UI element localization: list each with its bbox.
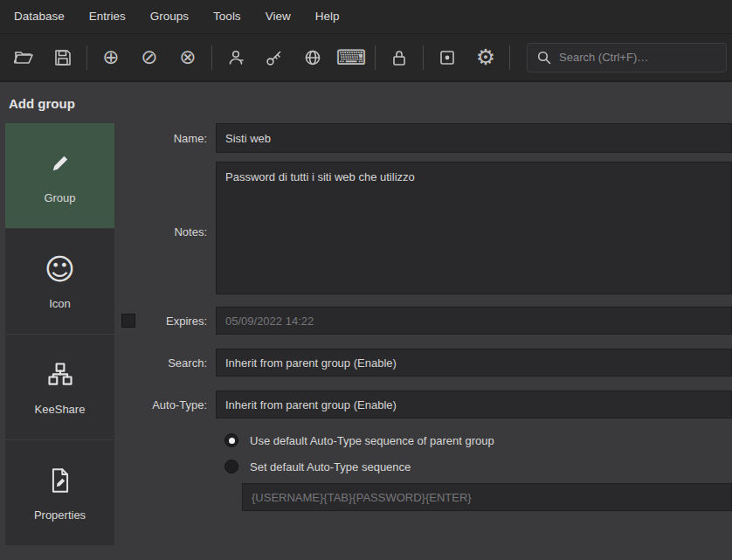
toolbar-separator <box>423 45 424 70</box>
notes-textarea[interactable]: Password di tutti i siti web che utilizz… <box>216 162 732 294</box>
sidebar-item-keeshare[interactable]: KeeShare <box>5 335 114 439</box>
use-default-sequence-label: Use default Auto-Type sequence of parent… <box>250 434 494 447</box>
user-icon <box>226 48 245 67</box>
expires-datetime-field: 05/09/2022 14:22 <box>216 307 732 335</box>
delete-entry-button[interactable]: ⊗ <box>169 41 207 74</box>
save-icon <box>53 48 73 67</box>
dotted-square-icon <box>438 48 457 67</box>
menu-bar: Database Entries Groups Tools View Help <box>0 0 732 33</box>
lock-icon <box>390 48 409 67</box>
toolbar-separator <box>211 45 212 70</box>
add-entry-button[interactable]: ⊕ <box>92 41 130 74</box>
lock-database-button[interactable] <box>380 41 418 74</box>
notes-label: Notes: <box>114 218 216 239</box>
open-folder-icon <box>14 48 35 67</box>
sidebar-item-properties[interactable]: Properties <box>5 440 114 545</box>
sidebar-item-label: Properties <box>34 508 86 522</box>
toolbar-separator <box>509 45 510 70</box>
settings-button[interactable]: ⚙ <box>466 41 505 74</box>
copy-username-button[interactable] <box>217 41 255 74</box>
menu-entries[interactable]: Entries <box>77 0 138 33</box>
copy-password-button[interactable] <box>255 41 293 74</box>
screenshot-tool-button[interactable] <box>428 41 466 74</box>
search-inherit-dropdown[interactable]: Inherit from parent group (Enable) <box>216 349 732 377</box>
save-database-button[interactable] <box>44 41 82 74</box>
edit-entry-button[interactable]: ⊘ <box>130 41 169 74</box>
key-icon <box>265 48 284 67</box>
category-sidebar: Group ☺ Icon KeeShare <box>5 123 114 550</box>
x-circle-icon: ⊗ <box>179 47 196 67</box>
add-group-view: Group ☺ Icon KeeShare <box>0 123 732 550</box>
keyboard-icon: ⌨ <box>336 47 367 68</box>
autotype-sequence-field: {USERNAME}{TAB}{PASSWORD}{ENTER} <box>242 483 732 511</box>
search-input[interactable] <box>559 51 717 64</box>
page-title: Add group <box>9 96 732 111</box>
perform-autotype-button[interactable]: ⌨ <box>332 41 370 74</box>
sidebar-item-label: Group <box>44 191 75 204</box>
search-icon <box>536 50 552 66</box>
share-hierarchy-icon <box>47 359 73 391</box>
plus-circle-icon: ⊕ <box>102 47 119 67</box>
search-label: Search: <box>114 356 216 370</box>
set-default-sequence-radio[interactable] <box>224 460 238 474</box>
group-form: Name: Notes: Password di tutti i siti we… <box>114 123 732 550</box>
document-edit-icon <box>48 465 73 496</box>
menu-groups[interactable]: Groups <box>138 0 201 33</box>
globe-icon <box>303 48 322 67</box>
open-database-button[interactable] <box>5 41 44 74</box>
autotype-label: Auto-Type: <box>114 398 216 411</box>
menu-database[interactable]: Database <box>2 0 77 33</box>
name-label: Name: <box>114 132 216 145</box>
sidebar-item-group[interactable]: Group <box>5 123 114 228</box>
autotype-inherit-dropdown[interactable]: Inherit from parent group (Enable) <box>216 391 732 418</box>
menu-help[interactable]: Help <box>303 0 352 33</box>
expires-checkbox[interactable] <box>121 314 135 328</box>
set-default-sequence-label: Set default Auto-Type sequence <box>250 460 411 474</box>
pencil-icon <box>48 148 73 179</box>
sidebar-item-icon[interactable]: ☺ Icon <box>5 229 114 334</box>
sidebar-item-label: KeeShare <box>35 403 86 416</box>
smiley-icon: ☺ <box>45 253 75 285</box>
open-url-button[interactable] <box>293 41 332 74</box>
sidebar-item-label: Icon <box>49 297 71 310</box>
menu-view[interactable]: View <box>253 0 303 33</box>
slash-circle-icon: ⊘ <box>141 47 157 67</box>
toolbar-separator <box>86 45 87 70</box>
gear-icon: ⚙ <box>476 46 495 68</box>
name-input[interactable] <box>216 123 732 153</box>
toolbar-separator <box>375 45 376 70</box>
expires-label: Expires: <box>166 315 207 328</box>
use-default-sequence-radio[interactable] <box>224 433 238 447</box>
menu-tools[interactable]: Tools <box>201 0 253 33</box>
search-box[interactable] <box>527 43 727 73</box>
toolbar: ⊕ ⊘ ⊗ ⌨ <box>0 33 732 82</box>
